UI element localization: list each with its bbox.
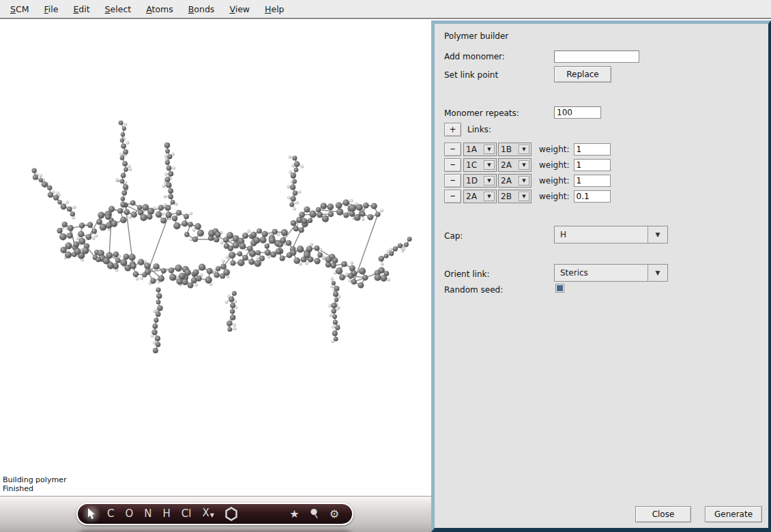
balloon-tool-button[interactable]: [304, 508, 325, 520]
monomer-repeats-input[interactable]: [554, 106, 601, 119]
add-link-button[interactable]: +: [444, 123, 461, 136]
remove-link-button[interactable]: −: [444, 174, 461, 188]
pointer-tool-button[interactable]: [81, 504, 102, 524]
menu-item-atoms[interactable]: Atoms: [139, 1, 181, 17]
chevron-down-icon: ▼: [519, 160, 529, 170]
menu-item-help[interactable]: Help: [257, 1, 292, 17]
element-x-selector[interactable]: X▼: [197, 503, 219, 525]
link-row: −1A▼1B▼weight:: [444, 141, 611, 157]
chevron-down-icon: ▼: [519, 145, 529, 154]
element-buttons: CONHCl: [102, 504, 197, 524]
link-row: −1D▼2A▼weight:: [444, 173, 611, 188]
menu-bar: SCMFileEditSelectAtomsBondsViewHelp: [0, 0, 771, 19]
weight-label: weight:: [539, 192, 570, 201]
menu-item-scm[interactable]: SCM: [3, 1, 36, 17]
element-button-n[interactable]: N: [139, 504, 157, 524]
chevron-down-icon: ▼: [484, 160, 495, 170]
hexagon-ring-icon: [224, 507, 238, 521]
cap-label: Cap:: [444, 231, 463, 241]
orient-link-dropdown[interactable]: Sterics ▼: [554, 264, 668, 282]
remove-link-button[interactable]: −: [444, 158, 461, 172]
cap-dropdown-value: H: [555, 226, 648, 243]
weight-label: weight:: [539, 160, 570, 170]
ring-tool-button[interactable]: [220, 507, 243, 521]
chevron-down-icon: ▼: [210, 512, 214, 518]
star-tool-button[interactable]: ★: [285, 507, 304, 520]
status-text: Building polymer Finished: [3, 475, 66, 493]
polymer-builder-panel: Polymer builder Add monomer: Set link po…: [431, 20, 771, 532]
link-to-dropdown-value: 2A: [499, 159, 519, 171]
link-to-dropdown[interactable]: 1B▼: [498, 143, 532, 156]
weight-label: weight:: [539, 145, 570, 154]
element-button-o[interactable]: O: [119, 504, 139, 524]
chevron-down-icon: ▼: [484, 192, 495, 201]
chevron-down-icon: ▼: [519, 192, 529, 201]
set-link-point-label: Set link point: [444, 70, 498, 80]
balloon-icon: [309, 508, 320, 520]
links-list: −1A▼1B▼weight:−1C▼2A▼weight:−1D▼2A▼weigh…: [444, 141, 611, 204]
link-from-dropdown-value: 1A: [464, 143, 484, 156]
panel-title: Polymer builder: [444, 31, 508, 41]
cap-dropdown[interactable]: H ▼: [554, 226, 668, 243]
link-from-dropdown-value: 1C: [464, 159, 484, 171]
bottom-toolbar-strip: CONHCl X▼ ★ ⚙: [0, 496, 431, 532]
chevron-down-icon: ▼: [484, 176, 495, 186]
gear-icon: ⚙: [330, 507, 339, 520]
random-seed-checkbox[interactable]: [555, 284, 564, 293]
link-from-dropdown[interactable]: 2A▼: [463, 190, 497, 203]
chevron-down-icon: ▼: [484, 145, 495, 154]
add-monomer-label: Add monomer:: [444, 52, 505, 61]
weight-input[interactable]: [574, 159, 611, 171]
status-line-1: Building polymer: [3, 475, 66, 484]
random-seed-label: Random seed:: [444, 285, 503, 295]
link-from-dropdown[interactable]: 1A▼: [463, 143, 497, 156]
weight-input[interactable]: [574, 175, 611, 187]
menu-item-file[interactable]: File: [36, 1, 66, 17]
link-to-dropdown-value: 2A: [499, 175, 519, 187]
link-row: −1C▼2A▼weight:: [444, 157, 611, 173]
add-monomer-input[interactable]: [554, 50, 639, 63]
menu-item-select[interactable]: Select: [98, 1, 139, 17]
link-from-dropdown-value: 1D: [464, 175, 484, 187]
orient-link-label: Orient link:: [444, 269, 490, 279]
chevron-down-icon: ▼: [648, 265, 667, 281]
monomer-repeats-label: Monomer repeats:: [444, 108, 519, 118]
weight-input[interactable]: [574, 190, 611, 203]
chevron-down-icon: ▼: [648, 226, 667, 243]
link-to-dropdown[interactable]: 2A▼: [498, 158, 532, 172]
polymer-molecule-render: [0, 20, 431, 494]
element-button-h[interactable]: H: [158, 504, 176, 524]
orient-link-dropdown-value: Sterics: [555, 265, 648, 281]
status-line-2: Finished: [3, 484, 66, 493]
pointer-icon: [87, 508, 96, 520]
application-window: SCMFileEditSelectAtomsBondsViewHelp Buil…: [0, 0, 771, 532]
menu-item-view[interactable]: View: [222, 1, 257, 17]
link-to-dropdown-value: 1B: [499, 143, 519, 156]
element-toolbar: CONHCl X▼ ★ ⚙: [76, 503, 353, 525]
molecule-viewer[interactable]: Building polymer Finished: [0, 20, 431, 494]
link-from-dropdown-value: 2A: [464, 190, 484, 203]
generate-button[interactable]: Generate: [705, 506, 762, 522]
element-button-c[interactable]: C: [102, 504, 119, 524]
gear-tool-button[interactable]: ⚙: [325, 507, 344, 520]
star-icon: ★: [289, 507, 299, 520]
menu-item-bonds[interactable]: Bonds: [181, 1, 222, 17]
links-label: Links:: [467, 125, 491, 134]
link-from-dropdown[interactable]: 1C▼: [463, 158, 497, 172]
link-to-dropdown-value: 2B: [499, 190, 519, 203]
remove-link-button[interactable]: −: [444, 190, 461, 203]
link-from-dropdown[interactable]: 1D▼: [463, 174, 497, 188]
menu-item-edit[interactable]: Edit: [66, 1, 97, 17]
replace-button[interactable]: Replace: [554, 66, 611, 83]
link-to-dropdown[interactable]: 2B▼: [498, 190, 532, 203]
remove-link-button[interactable]: −: [444, 143, 461, 156]
random-seed-checkbox-fill: [557, 285, 563, 291]
weight-input[interactable]: [574, 143, 611, 156]
link-row: −2A▼2B▼weight:: [444, 188, 611, 204]
link-to-dropdown[interactable]: 2A▼: [498, 174, 532, 188]
element-button-cl[interactable]: Cl: [176, 504, 197, 524]
weight-label: weight:: [539, 176, 570, 186]
chevron-down-icon: ▼: [519, 176, 529, 186]
close-button[interactable]: Close: [635, 506, 691, 522]
